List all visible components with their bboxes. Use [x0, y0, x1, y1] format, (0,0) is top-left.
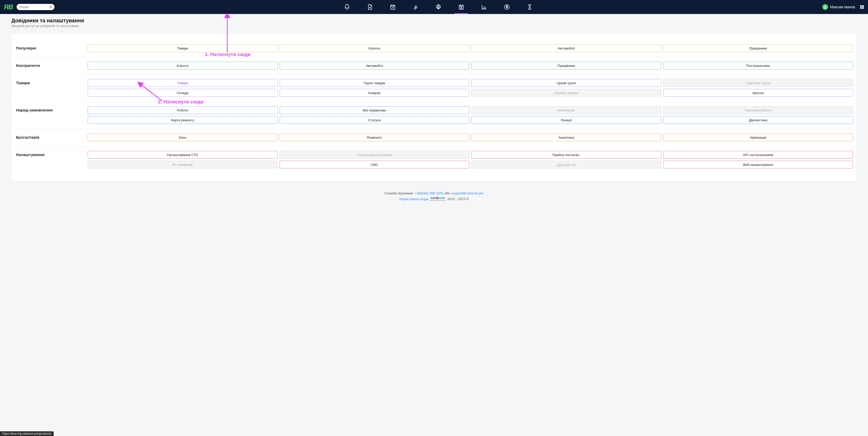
dir-button: Пов'язані роботи — [663, 106, 853, 114]
dir-button[interactable]: Веб-налаштування — [663, 161, 853, 168]
section-4: БухгалтеріяКасиРеквізитиАналітикаНумерац… — [15, 129, 853, 146]
dir-button[interactable]: Товари — [88, 79, 278, 87]
dir-button[interactable]: АРІ постачальників — [663, 151, 853, 159]
search-input[interactable] — [17, 4, 55, 10]
wrench-icon — [412, 4, 419, 10]
dir-button[interactable]: Товари — [88, 44, 278, 52]
dir-button: Друк док-тів — [471, 161, 661, 168]
button-row: РоботиМої нормативиКомплексиПов'язані ро… — [88, 106, 853, 114]
page-subtitle: Швидкий доступ до довідників та налаштув… — [11, 24, 857, 28]
footer-line2: Користувача угода CAЯBOOK cause we love … — [0, 197, 868, 201]
nav-reports[interactable] — [480, 3, 488, 11]
button-row: ТовариКлієнтиАвтомобіліПрацівники — [88, 44, 853, 52]
dir-button[interactable]: Реквізити — [280, 134, 469, 141]
svg-point-0 — [50, 6, 51, 8]
svg-point-8 — [438, 6, 439, 8]
footer-email[interactable]: support@carbook.pro — [451, 191, 484, 195]
nav-directories[interactable] — [457, 3, 465, 11]
apps-icon[interactable] — [860, 5, 864, 9]
section-body: РоботиМої нормативиКомплексиПов'язані ро… — [88, 106, 853, 124]
button-row: IP телефоніяСМСДрук док-тівВеб-налаштува… — [88, 161, 853, 168]
svg-rect-24 — [862, 7, 864, 9]
dir-button[interactable]: Працівники — [471, 62, 661, 69]
dir-button[interactable]: Автомобілі — [471, 44, 661, 52]
dir-button[interactable]: Склади — [88, 89, 278, 97]
dir-button: Налаштування юзерів — [280, 151, 469, 159]
nav-finance[interactable] — [503, 3, 511, 11]
calendar-check-icon — [390, 4, 396, 10]
dir-button: Одиниці виміру — [471, 89, 661, 97]
nav-repair[interactable] — [411, 3, 420, 11]
section-title: Контрагенти — [15, 62, 88, 69]
dir-button[interactable]: Групи товарів — [280, 79, 469, 87]
svg-rect-23 — [860, 7, 862, 9]
section-0: ПопулярніТовариКлієнтиАвтомобіліПрацівни… — [15, 40, 853, 57]
dir-button[interactable]: Комірки — [280, 89, 469, 97]
dir-button[interactable]: СМС — [280, 161, 469, 168]
section-body: Налаштування СТОНалаштування юзерівПрайс… — [88, 151, 853, 168]
section-title: Товари — [15, 79, 88, 97]
section-5: НалаштуванняНалаштування СТОНалаштування… — [15, 146, 853, 173]
footer-agreement[interactable]: Користувача угода — [399, 197, 428, 201]
dir-button[interactable]: Аналітика — [471, 134, 661, 141]
top-bar: ЯB — [0, 0, 868, 14]
nav-notifications[interactable] — [343, 3, 351, 11]
file-plus-icon — [367, 4, 373, 10]
button-row: ТовариГрупи товарівЦінові групиПов'язані… — [88, 79, 853, 87]
page-header: Довідники та налаштування Швидкий доступ… — [0, 14, 868, 29]
section-body: КлієнтиАвтомобіліПрацівникиПостачальники — [88, 62, 853, 69]
dir-button[interactable]: Постачальники — [663, 62, 853, 69]
footer-support-line: Служба підтримки: +38(044) 389-3355 або … — [0, 191, 868, 195]
button-row: КлієнтиАвтомобіліПрацівникиПостачальники — [88, 62, 853, 69]
svg-rect-4 — [391, 5, 395, 9]
dir-button: IP телефонія — [88, 161, 278, 168]
dir-button[interactable]: Роботи — [88, 106, 278, 114]
dir-button[interactable]: Працівники — [663, 44, 853, 52]
contact-card-icon — [458, 4, 464, 10]
footer-years: 2015 - 2023 ® — [447, 197, 469, 201]
dir-button[interactable]: Статуси — [280, 116, 469, 124]
section-body: ТовариГрупи товарівЦінові групиПов'язані… — [88, 79, 853, 97]
dir-button[interactable]: Локації — [471, 116, 661, 124]
button-row: Налаштування СТОНалаштування юзерівПрайс… — [88, 151, 853, 159]
footer-phone[interactable]: +38(044) 389-3355 — [415, 191, 443, 195]
section-title: Наряд-замовлення — [15, 106, 88, 124]
dir-button[interactable]: Клієнти — [88, 62, 278, 69]
dir-button[interactable]: Автомобілі — [280, 62, 469, 69]
button-row: КасиРеквізитиАналітикаНумерація — [88, 134, 853, 141]
button-row: Карта ремонтуСтатусиЛокаціїДіагностика — [88, 116, 853, 124]
footer-or: або — [445, 191, 451, 195]
dir-button[interactable]: Каси — [88, 134, 278, 141]
dir-button[interactable]: Діагностика — [663, 116, 853, 124]
section-title: Популярні — [15, 44, 88, 52]
dir-button[interactable]: Клієнти — [280, 44, 469, 52]
search-icon[interactable] — [49, 5, 53, 8]
section-3: Наряд-замовленняРоботиМої нормативиКомпл… — [15, 102, 853, 129]
dir-button[interactable]: Мої нормативи — [280, 106, 469, 114]
dir-button[interactable]: Карта ремонту — [88, 116, 278, 124]
page-title: Довідники та налаштування — [11, 18, 857, 24]
section-title: Бухгалтерія — [15, 134, 88, 141]
bell-icon — [344, 4, 350, 10]
dir-button[interactable]: Налаштування СТО — [88, 151, 278, 159]
dir-button[interactable]: Нумерація — [663, 134, 853, 141]
section-title: Налаштування — [15, 151, 88, 168]
dir-button[interactable]: Кросси — [663, 89, 853, 97]
avatar — [823, 4, 828, 10]
carbook-logo: CAЯBOOK cause we love the cars — [430, 197, 446, 201]
nav-orders[interactable] — [389, 3, 397, 11]
svg-point-20 — [825, 6, 826, 7]
dir-button[interactable]: Цінові групи — [471, 79, 661, 87]
nav-time[interactable] — [526, 3, 534, 11]
dir-button: Пов'язані групи — [663, 79, 853, 87]
dir-button: Комплекси — [471, 106, 661, 114]
footer: Служба підтримки: +38(044) 389-3355 або … — [0, 189, 868, 206]
nav-new-doc[interactable] — [366, 3, 374, 11]
section-1: КонтрагентиКлієнтиАвтомобіліПрацівникиПо… — [15, 57, 853, 74]
directories-card: ПопулярніТовариКлієнтиАвтомобіліПрацівни… — [11, 34, 857, 181]
dir-button[interactable]: Прайси постачал. — [471, 151, 661, 159]
nav-settings[interactable] — [434, 3, 442, 11]
user-area[interactable]: Максим Іванов — [823, 4, 864, 10]
section-2: ТовариТовариГрупи товарівЦінові групиПов… — [15, 74, 853, 102]
svg-point-13 — [461, 7, 462, 8]
